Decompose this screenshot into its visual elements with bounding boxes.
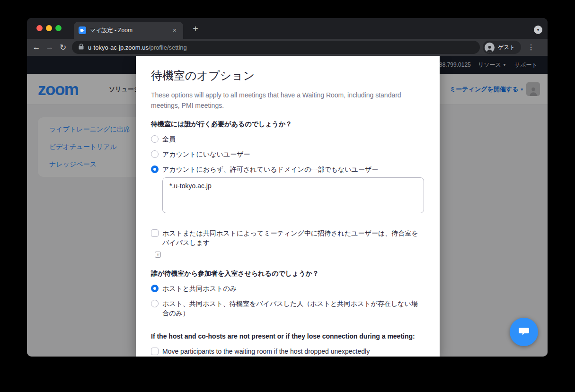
tab-search-button[interactable]: ▾ <box>534 26 542 34</box>
chat-bubble-icon <box>517 324 531 340</box>
zoom-window-button[interactable] <box>55 25 62 31</box>
chat-widget-button[interactable] <box>510 318 538 346</box>
tab-strip: マイ設定 - Zoom × + ▾ <box>27 18 548 39</box>
reload-icon[interactable]: ↻ <box>56 43 70 52</box>
radio-selected-icon[interactable] <box>151 285 159 292</box>
browser-toolbar: ← → ↻ u-tokyo-ac-jp.zoom.us/profile/sett… <box>27 39 548 56</box>
profile-chip[interactable]: ゲスト <box>483 41 521 54</box>
modal-title: 待機室のオプション <box>151 68 424 83</box>
browser-tab[interactable]: マイ設定 - Zoom × <box>74 22 183 39</box>
page-viewport: 88.799.0125 リソース▾ サポート zoom ソリューショ ミーティン… <box>27 56 548 357</box>
zoom-favicon-icon <box>79 26 86 34</box>
guest-label: ゲスト <box>498 44 515 52</box>
close-window-button[interactable] <box>36 25 43 31</box>
tab-title: マイ設定 - Zoom <box>90 26 171 35</box>
lock-icon <box>79 43 84 52</box>
question-host-not-present: If the host and co-hosts are not present… <box>151 331 424 341</box>
minimize-window-button[interactable] <box>46 25 52 31</box>
checkbox-icon[interactable] <box>151 348 159 355</box>
browser-window: マイ設定 - Zoom × + ▾ ← → ↻ u-tokyo-ac-jp.zo… <box>27 18 548 357</box>
radio-option-users-not-in-account[interactable]: アカウントにいないユーザー <box>151 149 424 159</box>
forward-icon: → <box>43 43 56 52</box>
guest-avatar-icon <box>485 43 495 52</box>
back-icon[interactable]: ← <box>30 43 43 52</box>
tab-close-icon[interactable]: × <box>171 26 178 35</box>
radio-option-users-not-in-allowed-domains[interactable]: アカウントにおらず、許可されているドメインの一部でもないユーザー <box>151 165 424 174</box>
new-tab-button[interactable]: + <box>190 23 201 35</box>
radio-icon[interactable] <box>151 150 159 158</box>
radio-option-host-cohosts-bypassers[interactable]: ホスト、共同ホスト、待機室をバイパスした人（ホストと共同ホストが存在しない場合の… <box>151 299 424 318</box>
address-bar[interactable]: u-tokyo-ac-jp.zoom.us/profile/setting <box>72 41 480 54</box>
radio-icon[interactable] <box>151 135 159 143</box>
move-participants-checkbox-row[interactable]: Move participants to the waiting room if… <box>151 347 424 356</box>
url-text: u-tokyo-ac-jp.zoom.us/profile/setting <box>88 44 187 51</box>
bypass-waiting-room-checkbox-row[interactable]: ホストまたは共同ホストによってミーティング中に招待されたユーザーは、待合室をバイ… <box>151 228 424 247</box>
url-host: u-tokyo-ac-jp.zoom.us <box>88 44 149 51</box>
radio-selected-icon[interactable] <box>151 166 159 173</box>
checkbox-icon[interactable] <box>151 229 159 237</box>
waiting-room-options-modal: 待機室のオプション These options will apply to al… <box>136 56 440 357</box>
allowed-domains-input[interactable]: *.u-tokyo.ac.jp <box>162 177 424 213</box>
question-who-admits-participants: 誰が待機室から参加者を入室させられるのでしょうか？ <box>151 269 424 278</box>
browser-menu-icon[interactable]: ⋮ <box>528 43 535 52</box>
radio-option-everyone[interactable]: 全員 <box>151 134 424 144</box>
radio-option-host-cohosts-only[interactable]: ホストと共同ホストのみ <box>151 284 424 293</box>
modal-description: These options will apply to all meetings… <box>151 90 402 111</box>
broken-image-icon: v <box>155 252 161 258</box>
question-who-goes-to-waiting-room: 待機室には誰が行く必要があるのでしょうか？ <box>151 119 424 129</box>
url-path: /profile/setting <box>149 44 187 51</box>
radio-icon[interactable] <box>151 300 159 307</box>
